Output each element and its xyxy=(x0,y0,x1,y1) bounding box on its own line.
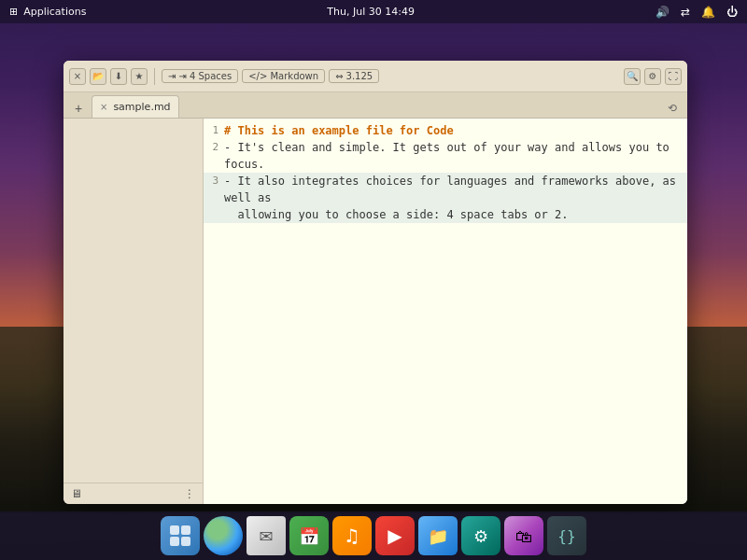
taskbar-files[interactable]: 📁 xyxy=(418,516,458,555)
line-content-2: - It's clean and simple. It gets out of … xyxy=(224,139,687,173)
bookmark-button[interactable]: ★ xyxy=(131,68,148,85)
zoom-badge[interactable]: ⇔ 3.125 xyxy=(329,69,379,83)
line-content-3: - It also integrates choices for languag… xyxy=(224,173,687,223)
editor-line-2: 2 - It's clean and simple. It gets out o… xyxy=(204,139,687,173)
tabs-bar: + × sample.md ⟲ xyxy=(63,92,687,119)
zoom-icon: ⇔ xyxy=(335,71,343,81)
tab-history-button[interactable]: ⟲ xyxy=(663,99,682,118)
panel-right: 🔊 ⇄ 🔔 ⏻ xyxy=(655,6,738,19)
tab-label: sample.md xyxy=(113,101,170,113)
close-button[interactable]: × xyxy=(69,68,86,85)
taskbar-code[interactable]: {} xyxy=(547,516,586,555)
indent-badge[interactable]: ⇥ ⇥ 4 Spaces xyxy=(162,69,238,83)
search-button[interactable]: 🔍 xyxy=(624,68,641,85)
code-icon: {} xyxy=(557,527,575,545)
video-icon: ▶ xyxy=(388,525,402,547)
toggle-icon: ⚙ xyxy=(473,526,488,546)
editor-line-1: 1 # This is an example file for Code xyxy=(204,122,687,139)
left-sidebar: 🖥 ⋮ xyxy=(63,119,204,504)
terminal-icon[interactable]: 🖥 xyxy=(71,487,82,500)
taskbar-settings[interactable]: ⚙ xyxy=(461,516,500,555)
tab-sample-md[interactable]: × sample.md xyxy=(92,95,179,118)
editor-line-3: 3 - It also integrates choices for langu… xyxy=(204,173,687,223)
taskbar-store[interactable]: 🛍 xyxy=(504,516,543,555)
indent-label: ⇥ 4 Spaces xyxy=(178,71,232,81)
calendar-icon: 📅 xyxy=(299,526,319,546)
applications-icon: ⊞ xyxy=(9,6,18,18)
taskbar-calendar[interactable]: 📅 xyxy=(289,516,329,555)
editor-area[interactable]: 1 # This is an example file for Code 2 -… xyxy=(204,119,687,504)
toolbar-right: 🔍 ⚙ ⛶ xyxy=(624,68,682,85)
power-icon[interactable]: ⏻ xyxy=(726,6,738,19)
line-content-1: # This is an example file for Code xyxy=(224,122,687,139)
overview-icon xyxy=(170,525,190,546)
zoom-label: 3.125 xyxy=(346,71,374,81)
window-toolbar: × 📂 ⬇ ★ ⇥ ⇥ 4 Spaces </> Markdown ⇔ 3.12… xyxy=(63,61,687,92)
files-icon: 📁 xyxy=(428,526,448,546)
main-area: 🖥 ⋮ 1 # This is an example file for Code… xyxy=(63,119,687,504)
taskbar: 🌐 ✉ 📅 ♫ ▶ 📁 ⚙ 🛍 {} xyxy=(0,511,747,560)
panel-datetime: Thu, Jul 30 14:49 xyxy=(327,6,415,18)
line-number-3: 3 xyxy=(204,173,224,223)
open-folder-button[interactable]: 📂 xyxy=(90,68,106,85)
taskbar-music[interactable]: ♫ xyxy=(332,516,372,555)
app-window: × 📂 ⬇ ★ ⇥ ⇥ 4 Spaces </> Markdown ⇔ 3.12… xyxy=(63,61,687,504)
store-icon: 🛍 xyxy=(515,526,532,546)
fullscreen-button[interactable]: ⛶ xyxy=(665,68,682,85)
top-panel: ⊞ Applications Thu, Jul 30 14:49 🔊 ⇄ 🔔 ⏻ xyxy=(0,0,747,23)
taskbar-mail[interactable]: ✉ xyxy=(247,516,286,555)
settings-button[interactable]: ⚙ xyxy=(644,68,661,85)
music-icon: ♫ xyxy=(344,525,360,547)
line-number-2: 2 xyxy=(204,139,224,173)
bell-icon[interactable]: 🔔 xyxy=(701,6,715,19)
new-tab-button[interactable]: + xyxy=(69,99,88,118)
taskbar-video[interactable]: ▶ xyxy=(375,516,415,555)
panel-left: ⊞ Applications xyxy=(9,6,86,18)
sidebar-menu-icon[interactable]: ⋮ xyxy=(184,487,195,500)
sidebar-bottom: 🖥 ⋮ xyxy=(63,483,203,504)
line-number-1: 1 xyxy=(204,122,224,139)
mail-icon: ✉ xyxy=(259,526,273,546)
taskbar-browser[interactable]: 🌐 xyxy=(204,516,243,555)
taskbar-overview[interactable] xyxy=(161,516,200,555)
network-icon[interactable]: ⇄ xyxy=(681,6,690,19)
applications-label[interactable]: Applications xyxy=(23,6,86,18)
language-badge[interactable]: </> Markdown xyxy=(242,69,325,83)
download-button[interactable]: ⬇ xyxy=(110,68,127,85)
editor-content: 1 # This is an example file for Code 2 -… xyxy=(204,119,687,227)
volume-icon[interactable]: 🔊 xyxy=(655,6,669,19)
language-label: </> Markdown xyxy=(248,71,318,81)
tab-close-icon[interactable]: × xyxy=(100,103,107,112)
toolbar-separator xyxy=(154,68,155,85)
indent-icon: ⇥ xyxy=(168,71,176,81)
